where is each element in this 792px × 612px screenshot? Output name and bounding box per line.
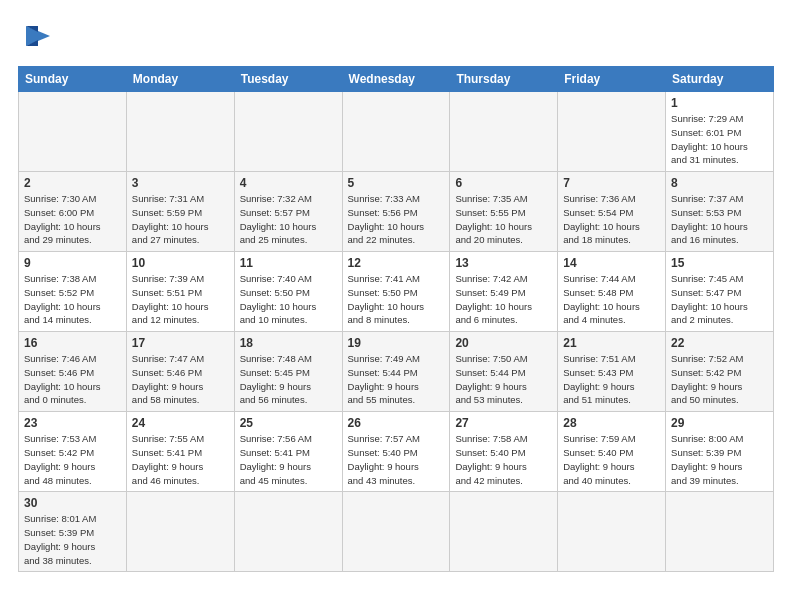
calendar-cell: 14Sunrise: 7:44 AMSunset: 5:48 PMDayligh… bbox=[558, 252, 666, 332]
day-info: Sunrise: 7:46 AMSunset: 5:46 PMDaylight:… bbox=[24, 352, 121, 407]
day-number: 25 bbox=[240, 416, 337, 430]
calendar-cell: 21Sunrise: 7:51 AMSunset: 5:43 PMDayligh… bbox=[558, 332, 666, 412]
day-number: 17 bbox=[132, 336, 229, 350]
day-number: 20 bbox=[455, 336, 552, 350]
calendar-cell: 17Sunrise: 7:47 AMSunset: 5:46 PMDayligh… bbox=[126, 332, 234, 412]
calendar-cell bbox=[126, 492, 234, 572]
page: SundayMondayTuesdayWednesdayThursdayFrid… bbox=[0, 0, 792, 612]
calendar-cell: 27Sunrise: 7:58 AMSunset: 5:40 PMDayligh… bbox=[450, 412, 558, 492]
day-number: 2 bbox=[24, 176, 121, 190]
calendar-week-row: 9Sunrise: 7:38 AMSunset: 5:52 PMDaylight… bbox=[19, 252, 774, 332]
day-number: 13 bbox=[455, 256, 552, 270]
calendar-day-header: Sunday bbox=[19, 67, 127, 92]
calendar-cell bbox=[450, 492, 558, 572]
calendar-cell bbox=[450, 92, 558, 172]
day-number: 27 bbox=[455, 416, 552, 430]
day-number: 3 bbox=[132, 176, 229, 190]
day-number: 1 bbox=[671, 96, 768, 110]
calendar-cell bbox=[558, 92, 666, 172]
calendar-day-header: Saturday bbox=[666, 67, 774, 92]
calendar-cell: 25Sunrise: 7:56 AMSunset: 5:41 PMDayligh… bbox=[234, 412, 342, 492]
day-info: Sunrise: 7:58 AMSunset: 5:40 PMDaylight:… bbox=[455, 432, 552, 487]
day-number: 5 bbox=[348, 176, 445, 190]
calendar-cell: 24Sunrise: 7:55 AMSunset: 5:41 PMDayligh… bbox=[126, 412, 234, 492]
day-info: Sunrise: 7:41 AMSunset: 5:50 PMDaylight:… bbox=[348, 272, 445, 327]
calendar-cell bbox=[342, 92, 450, 172]
calendar-cell: 7Sunrise: 7:36 AMSunset: 5:54 PMDaylight… bbox=[558, 172, 666, 252]
calendar-week-row: 23Sunrise: 7:53 AMSunset: 5:42 PMDayligh… bbox=[19, 412, 774, 492]
calendar-cell: 10Sunrise: 7:39 AMSunset: 5:51 PMDayligh… bbox=[126, 252, 234, 332]
calendar-week-row: 2Sunrise: 7:30 AMSunset: 6:00 PMDaylight… bbox=[19, 172, 774, 252]
calendar-day-header: Tuesday bbox=[234, 67, 342, 92]
calendar-week-row: 1Sunrise: 7:29 AMSunset: 6:01 PMDaylight… bbox=[19, 92, 774, 172]
calendar-cell bbox=[234, 92, 342, 172]
day-info: Sunrise: 7:59 AMSunset: 5:40 PMDaylight:… bbox=[563, 432, 660, 487]
calendar-cell: 12Sunrise: 7:41 AMSunset: 5:50 PMDayligh… bbox=[342, 252, 450, 332]
day-number: 26 bbox=[348, 416, 445, 430]
calendar-cell: 8Sunrise: 7:37 AMSunset: 5:53 PMDaylight… bbox=[666, 172, 774, 252]
calendar-cell: 22Sunrise: 7:52 AMSunset: 5:42 PMDayligh… bbox=[666, 332, 774, 412]
day-number: 24 bbox=[132, 416, 229, 430]
day-info: Sunrise: 7:29 AMSunset: 6:01 PMDaylight:… bbox=[671, 112, 768, 167]
day-number: 9 bbox=[24, 256, 121, 270]
day-number: 23 bbox=[24, 416, 121, 430]
calendar-cell: 4Sunrise: 7:32 AMSunset: 5:57 PMDaylight… bbox=[234, 172, 342, 252]
day-number: 12 bbox=[348, 256, 445, 270]
calendar-day-header: Thursday bbox=[450, 67, 558, 92]
day-info: Sunrise: 7:49 AMSunset: 5:44 PMDaylight:… bbox=[348, 352, 445, 407]
calendar-cell bbox=[342, 492, 450, 572]
logo bbox=[18, 18, 62, 56]
calendar-cell bbox=[558, 492, 666, 572]
calendar-cell: 28Sunrise: 7:59 AMSunset: 5:40 PMDayligh… bbox=[558, 412, 666, 492]
day-number: 19 bbox=[348, 336, 445, 350]
calendar-cell bbox=[126, 92, 234, 172]
day-info: Sunrise: 7:36 AMSunset: 5:54 PMDaylight:… bbox=[563, 192, 660, 247]
day-info: Sunrise: 7:57 AMSunset: 5:40 PMDaylight:… bbox=[348, 432, 445, 487]
day-info: Sunrise: 7:51 AMSunset: 5:43 PMDaylight:… bbox=[563, 352, 660, 407]
calendar-day-header: Friday bbox=[558, 67, 666, 92]
calendar-week-row: 16Sunrise: 7:46 AMSunset: 5:46 PMDayligh… bbox=[19, 332, 774, 412]
day-info: Sunrise: 7:48 AMSunset: 5:45 PMDaylight:… bbox=[240, 352, 337, 407]
day-info: Sunrise: 7:44 AMSunset: 5:48 PMDaylight:… bbox=[563, 272, 660, 327]
day-info: Sunrise: 7:33 AMSunset: 5:56 PMDaylight:… bbox=[348, 192, 445, 247]
calendar-cell: 11Sunrise: 7:40 AMSunset: 5:50 PMDayligh… bbox=[234, 252, 342, 332]
day-info: Sunrise: 7:52 AMSunset: 5:42 PMDaylight:… bbox=[671, 352, 768, 407]
day-number: 4 bbox=[240, 176, 337, 190]
logo-icon bbox=[18, 18, 56, 56]
calendar-cell: 13Sunrise: 7:42 AMSunset: 5:49 PMDayligh… bbox=[450, 252, 558, 332]
calendar-day-header: Monday bbox=[126, 67, 234, 92]
calendar-cell: 1Sunrise: 7:29 AMSunset: 6:01 PMDaylight… bbox=[666, 92, 774, 172]
calendar-cell: 20Sunrise: 7:50 AMSunset: 5:44 PMDayligh… bbox=[450, 332, 558, 412]
day-number: 15 bbox=[671, 256, 768, 270]
calendar-cell: 19Sunrise: 7:49 AMSunset: 5:44 PMDayligh… bbox=[342, 332, 450, 412]
day-info: Sunrise: 7:53 AMSunset: 5:42 PMDaylight:… bbox=[24, 432, 121, 487]
day-info: Sunrise: 7:39 AMSunset: 5:51 PMDaylight:… bbox=[132, 272, 229, 327]
day-number: 11 bbox=[240, 256, 337, 270]
day-info: Sunrise: 7:45 AMSunset: 5:47 PMDaylight:… bbox=[671, 272, 768, 327]
day-info: Sunrise: 7:38 AMSunset: 5:52 PMDaylight:… bbox=[24, 272, 121, 327]
calendar-cell: 15Sunrise: 7:45 AMSunset: 5:47 PMDayligh… bbox=[666, 252, 774, 332]
day-info: Sunrise: 8:01 AMSunset: 5:39 PMDaylight:… bbox=[24, 512, 121, 567]
calendar-cell: 23Sunrise: 7:53 AMSunset: 5:42 PMDayligh… bbox=[19, 412, 127, 492]
calendar-week-row: 30Sunrise: 8:01 AMSunset: 5:39 PMDayligh… bbox=[19, 492, 774, 572]
day-number: 28 bbox=[563, 416, 660, 430]
day-number: 18 bbox=[240, 336, 337, 350]
day-number: 22 bbox=[671, 336, 768, 350]
day-info: Sunrise: 7:31 AMSunset: 5:59 PMDaylight:… bbox=[132, 192, 229, 247]
header bbox=[18, 18, 774, 56]
day-number: 21 bbox=[563, 336, 660, 350]
day-info: Sunrise: 7:47 AMSunset: 5:46 PMDaylight:… bbox=[132, 352, 229, 407]
day-number: 6 bbox=[455, 176, 552, 190]
day-number: 10 bbox=[132, 256, 229, 270]
day-info: Sunrise: 7:32 AMSunset: 5:57 PMDaylight:… bbox=[240, 192, 337, 247]
day-info: Sunrise: 7:56 AMSunset: 5:41 PMDaylight:… bbox=[240, 432, 337, 487]
day-info: Sunrise: 7:55 AMSunset: 5:41 PMDaylight:… bbox=[132, 432, 229, 487]
calendar-cell: 16Sunrise: 7:46 AMSunset: 5:46 PMDayligh… bbox=[19, 332, 127, 412]
calendar-cell: 5Sunrise: 7:33 AMSunset: 5:56 PMDaylight… bbox=[342, 172, 450, 252]
day-number: 8 bbox=[671, 176, 768, 190]
day-info: Sunrise: 7:35 AMSunset: 5:55 PMDaylight:… bbox=[455, 192, 552, 247]
calendar-cell: 6Sunrise: 7:35 AMSunset: 5:55 PMDaylight… bbox=[450, 172, 558, 252]
calendar-cell: 2Sunrise: 7:30 AMSunset: 6:00 PMDaylight… bbox=[19, 172, 127, 252]
day-number: 14 bbox=[563, 256, 660, 270]
calendar-day-header: Wednesday bbox=[342, 67, 450, 92]
